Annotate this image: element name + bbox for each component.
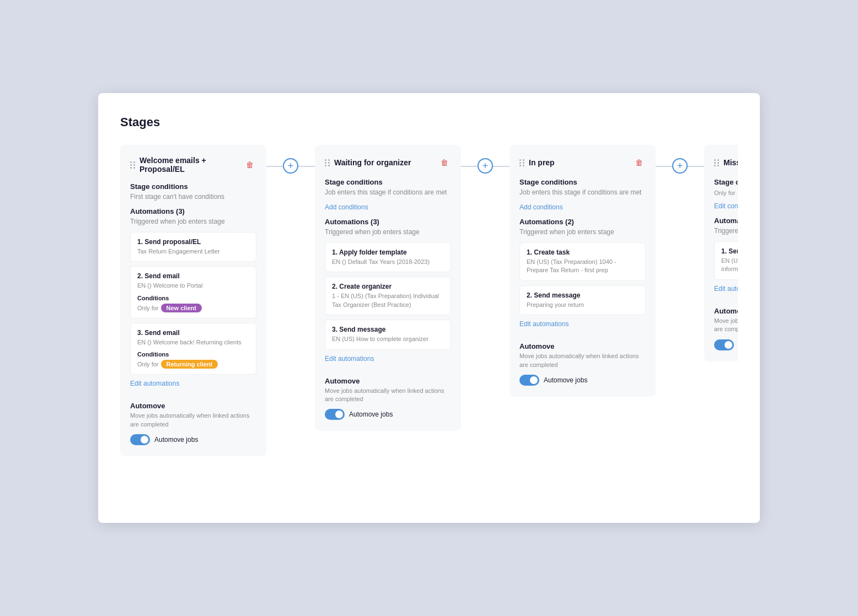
stage-header-4: Missing info 🗑 [714, 156, 738, 169]
automation-title-2-2: 2. Create organizer [332, 283, 444, 290]
automove-toggle-4[interactable] [714, 339, 734, 350]
drag-handle-1[interactable] [130, 161, 135, 169]
automove-title-4: Automove [714, 307, 738, 315]
automation-desc-1-2: EN () Welcome to Portal [137, 282, 249, 290]
edit-automations-link-2[interactable]: Edit automations [325, 355, 374, 363]
add-stage-btn-2[interactable]: + [478, 158, 493, 174]
delete-stage-2-button[interactable]: 🗑 [438, 156, 451, 169]
stage-header-right-2: 🗑 [438, 156, 451, 169]
stage-wrapper-3: In prep 🗑 Stage conditions Job enters th… [510, 145, 704, 397]
automation-desc-2-3: EN (US) How to complete organizer [332, 335, 444, 343]
automation-desc-3-2: Preparing your return [527, 301, 639, 309]
delete-stage-1-button[interactable]: 🗑 [243, 158, 256, 171]
automation-title-1-2: 2. Send email [137, 272, 249, 280]
automation-item-1-1: 1. Send proposal/EL Tax Return Engagemen… [130, 232, 256, 262]
automove-desc-2: Move jobs automatically when linked acti… [325, 387, 451, 404]
automove-section-2: Automove Move jobs automatically when li… [325, 377, 451, 420]
connector-2 [461, 145, 478, 167]
drag-handle-4[interactable] [714, 159, 719, 166]
stage-header-3: In prep 🗑 [519, 156, 646, 169]
add-conditions-link-3[interactable]: Add conditions [519, 203, 563, 211]
automations-desc-4: Triggered when job enters stage [714, 227, 738, 235]
automation-title-2-1: 1. Apply folder template [332, 248, 444, 256]
stages-container: Welcome emails + Proposal/EL 🗑 Stage con… [120, 145, 738, 456]
automation-title-2-3: 3. Send message [332, 326, 444, 333]
edit-conditions-link-4[interactable]: Edit conditions [714, 202, 738, 210]
drag-handle-2[interactable] [325, 159, 330, 166]
automove-desc-4: Move jobs automatically when linked acti… [714, 317, 738, 334]
edit-automations-link-1[interactable]: Edit automations [130, 380, 179, 387]
missing-docs-row: Only for Missing docs [714, 188, 738, 197]
stage-conditions-title-1: Stage conditions [130, 182, 256, 191]
automove-toggle-2[interactable] [325, 409, 345, 420]
automations-desc-2: Triggered when job enters stage [325, 228, 451, 236]
automove-toggle-3[interactable] [519, 375, 539, 386]
add-stage-btn-1[interactable]: + [283, 158, 298, 174]
connector-line-2b [493, 166, 510, 167]
add-conditions-link-2[interactable]: Add conditions [325, 203, 368, 211]
drag-handle-3[interactable] [519, 159, 524, 166]
automation-desc-1-3: EN () Welcome back! Returning clients [137, 338, 249, 347]
automove-section-4: Automove Move jobs automatically when li… [714, 307, 738, 350]
automove-toggle-1[interactable] [130, 434, 150, 445]
automation-item-2-3: 3. Send message EN (US) How to complete … [325, 320, 451, 349]
automation-item-1-3: 3. Send email EN () Welcome back! Return… [130, 323, 256, 375]
stage-card-missing-info: Missing info 🗑 Stage conditions Only for… [704, 145, 738, 361]
automation-title-1-1: 1. Send proposal/EL [137, 238, 249, 246]
connector-line-3b [688, 166, 704, 167]
stage-title-3: In prep [529, 158, 555, 167]
only-for-text-1-2: Only for [137, 305, 159, 311]
automove-title-2: Automove [325, 377, 451, 385]
automation-item-3-1: 1. Create task EN (US) (Tax Preparation)… [519, 242, 646, 281]
stage-title-4: Missing info [723, 158, 738, 167]
automation-item-3-2: 2. Send message Preparing your return [519, 285, 646, 315]
automations-title-2: Automations (3) [325, 218, 451, 226]
stage-header-left-4: Missing info [714, 158, 738, 167]
stage-conditions-desc-1: First stage can't have conditions [130, 193, 256, 201]
automation-desc-4-1: EN (US) ( Tax Preparation) missing infor… [721, 257, 738, 274]
automations-title-4: Automations (1) [714, 217, 738, 225]
automove-title-3: Automove [519, 342, 646, 350]
stage-header-2: Waiting for organizer 🗑 [325, 156, 451, 169]
toggle-row-3: Automove jobs [519, 375, 646, 386]
stage-conditions-title-3: Stage conditions [519, 178, 646, 186]
automation-item-2-1: 1. Apply folder template EN () Default T… [325, 242, 451, 272]
delete-icon-2: 🗑 [441, 158, 448, 167]
toggle-row-4: Automove jobs [714, 339, 738, 350]
delete-stage-3-button[interactable]: 🗑 [632, 156, 646, 169]
connector-2b [493, 145, 510, 167]
automation-desc-2-1: EN () Default Tax Years (2018-2023) [332, 258, 444, 266]
automation-title-3-1: 1. Create task [527, 248, 639, 256]
automations-desc-3: Triggered when job enters stage [519, 228, 646, 236]
connector-line-1 [266, 166, 283, 167]
main-window: Stages Welcome emails + Proposal/EL 🗑 [98, 93, 760, 523]
connector-3b [688, 145, 704, 167]
connector-line-3 [656, 166, 672, 167]
edit-automations-link-4[interactable]: Edit automations [714, 285, 738, 293]
page-title: Stages [120, 115, 738, 129]
automation-title-1-3: 3. Send email [137, 329, 249, 337]
stage-header-1: Welcome emails + Proposal/EL 🗑 [130, 156, 256, 174]
automove-section-1: Automove Move jobs automatically when li… [130, 402, 256, 445]
only-for-text-1-3: Only for [137, 361, 159, 368]
toggle-row-2: Automove jobs [325, 409, 451, 420]
automove-desc-1: Move jobs automatically when linked acti… [130, 412, 256, 429]
connector-line-1b [298, 166, 315, 167]
automove-title-1: Automove [130, 402, 256, 410]
add-stage-btn-3[interactable]: + [672, 158, 688, 174]
stage-title-2: Waiting for organizer [334, 158, 411, 167]
automove-section-3: Automove Move jobs automatically when li… [519, 342, 646, 386]
automation-desc-3-1: EN (US) (Tax Preparation) 1040 - Prepare… [527, 258, 639, 275]
automation-desc-1-1: Tax Return Engagement Letter [137, 247, 249, 256]
only-for-row-1-3: Only for Returning client [137, 360, 249, 369]
only-for-row-1-2: Only for New client [137, 304, 249, 312]
automove-jobs-label-2: Automove jobs [349, 410, 393, 418]
edit-automations-link-3[interactable]: Edit automations [519, 320, 569, 328]
automation-item-1-2: 2. Send email EN () Welcome to Portal Co… [130, 266, 256, 318]
stage-conditions-title-4: Stage conditions [714, 178, 738, 186]
stage-header-left-1: Welcome emails + Proposal/EL [130, 156, 243, 174]
connector-3 [656, 145, 672, 167]
stage-header-right-3: 🗑 [632, 156, 646, 169]
automation-item-4-1: 1. Send message EN (US) ( Tax Preparatio… [714, 241, 738, 280]
stage-header-right-1: 🗑 [243, 158, 256, 171]
